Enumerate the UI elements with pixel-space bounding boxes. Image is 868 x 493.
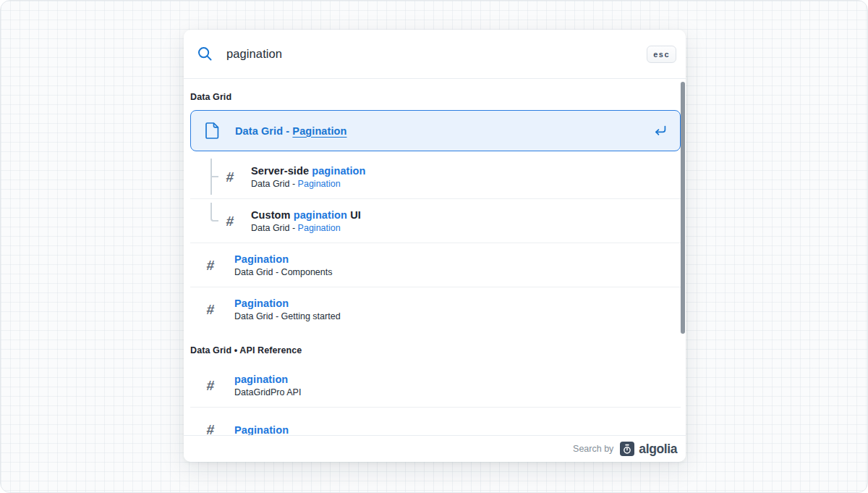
hit-subtitle-part: Data Grid - (251, 223, 298, 233)
search-results: Data Grid Data Grid - Pagination (184, 79, 686, 435)
algolia-link[interactable]: algolia (620, 442, 677, 457)
results-section-api-reference: Data Grid • API Reference # pagination D… (190, 345, 681, 435)
hit-subtitle-highlight: Pagination (298, 223, 341, 233)
hit-title-highlight: pagination (312, 165, 365, 177)
hit-pagination-components[interactable]: # Pagination Data Grid - Components (190, 243, 681, 287)
hit-text: Server-side pagination Data Grid - Pagin… (251, 158, 366, 196)
page-background: esc Data Grid Data Grid - Pagination (0, 0, 868, 493)
hit-title: Custom pagination UI (251, 209, 361, 221)
tree-branch-icon (210, 159, 219, 195)
hit-title: Pagination (234, 253, 332, 265)
scrollbar-thumb[interactable] (681, 82, 685, 334)
search-modal: esc Data Grid Data Grid - Pagination (184, 30, 686, 462)
hit-subtitle: Data Grid - Pagination (251, 223, 361, 233)
hit-subtitle-part: DataGridPro API (234, 387, 301, 397)
hit-title-highlight: Pagination (234, 253, 289, 265)
hit-pagination-getting-started[interactable]: # Pagination Data Grid - Getting started (190, 287, 681, 332)
search-input[interactable] (226, 47, 647, 61)
hit-subtitle-part: Data Grid - Components (234, 267, 332, 277)
hash-icon: # (204, 258, 217, 272)
hit-subtitle: DataGridPro API (234, 387, 301, 397)
hit-title-highlight: pagination (234, 374, 288, 385)
hit-title-highlight: pagination (294, 209, 347, 221)
hit-title-part: Server-side (251, 165, 312, 177)
hit-subtitle: Data Grid - Pagination (251, 179, 366, 189)
hit-subtitle: Data Grid - Getting started (234, 311, 341, 321)
hit-title: pagination (234, 374, 301, 385)
hash-icon: # (224, 170, 237, 184)
hit-pagination-clipped[interactable]: # Pagination (190, 408, 681, 435)
document-icon (205, 122, 219, 139)
hit-data-grid-pagination-selected[interactable]: Data Grid - Pagination (190, 110, 681, 151)
section-label: Data Grid (190, 92, 681, 102)
algolia-logo-icon (620, 442, 634, 456)
hash-icon: # (204, 379, 217, 392)
hit-title-part: Custom (251, 209, 294, 221)
hit-custom-pagination-ui[interactable]: # Custom pagination UI Data Grid - Pagin… (190, 199, 681, 243)
hit-subtitle-part: Data Grid - Getting started (234, 311, 341, 321)
hit-title: Pagination (234, 424, 289, 436)
algolia-wordmark: algolia (639, 442, 677, 457)
hit-text: Pagination (234, 417, 289, 436)
hit-title-part: UI (347, 209, 361, 221)
hit-server-side-pagination[interactable]: # Server-side pagination Data Grid - Pag… (190, 155, 681, 199)
enter-key-icon (652, 123, 668, 139)
hit-title: Server-side pagination (251, 165, 366, 177)
hit-text: Pagination Data Grid - Components (234, 246, 332, 285)
search-header: esc (184, 30, 686, 79)
hit-subtitle-highlight: Pagination (298, 179, 341, 189)
hit-title: Data Grid - Pagination (235, 125, 346, 137)
tree-end-icon (210, 203, 218, 222)
hit-subtitle-part: Data Grid - (251, 179, 298, 189)
section-label: Data Grid • API Reference (190, 345, 681, 355)
hit-title-highlight: Pagination (234, 298, 289, 309)
hit-text: pagination DataGridPro API (234, 366, 301, 405)
hash-icon: # (224, 214, 237, 228)
hit-pagination-datagridpro-api[interactable]: # pagination DataGridPro API (190, 363, 681, 408)
hash-icon: # (204, 303, 217, 316)
hit-subtitle: Data Grid - Components (234, 267, 332, 277)
esc-key-button[interactable]: esc (647, 46, 676, 63)
hit-title: Pagination (234, 298, 341, 309)
search-by-label: Search by (573, 444, 613, 454)
search-icon (197, 46, 214, 63)
hit-title-highlight: Pagination (234, 424, 289, 436)
hash-icon: # (204, 423, 217, 435)
hit-title-part: Data Grid - (235, 125, 292, 137)
hit-text: Custom pagination UI Data Grid - Paginat… (251, 202, 361, 240)
modal-footer: Search by algolia (184, 435, 686, 462)
hit-title-part-underlined: Pagination (292, 125, 346, 137)
hit-text: Pagination Data Grid - Getting started (234, 290, 341, 329)
results-section-data-grid: Data Grid Data Grid - Pagination (190, 92, 681, 332)
